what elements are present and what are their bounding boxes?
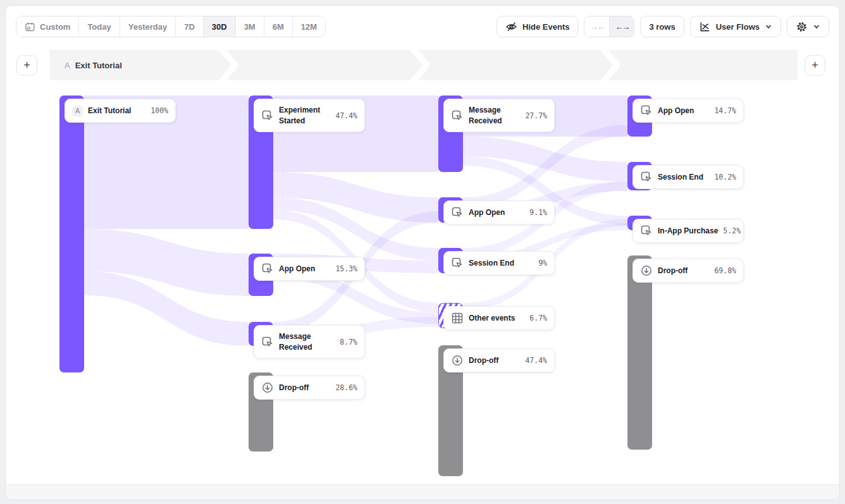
node-card-session-end[interactable]: Session End9% xyxy=(443,251,555,275)
node-label: In-App Purchase xyxy=(658,226,718,236)
node-percentage: 9.1% xyxy=(529,208,547,217)
view-type-dropdown[interactable]: User Flows xyxy=(690,16,781,37)
collapse-expand-toggle: →← ←→ xyxy=(584,16,634,37)
event-cursor-icon xyxy=(451,257,464,269)
node-percentage: 15.3% xyxy=(335,264,357,273)
node-percentage: 8.7% xyxy=(340,338,357,347)
node-label: App Open xyxy=(279,264,330,274)
date-range-7d[interactable]: 7D xyxy=(176,16,204,37)
node-label: App Open xyxy=(658,106,709,116)
toolbar: Custom Today Yesterday 7D 30D 3M 6M 12M … xyxy=(6,6,839,47)
gear-icon xyxy=(796,21,808,33)
node-percentage: 14.7% xyxy=(714,106,736,115)
dropoff-arrow-icon xyxy=(261,381,274,394)
node-percentage: 5.2% xyxy=(723,226,741,235)
node-percentage: 69.8% xyxy=(714,266,736,275)
add-step-left-button[interactable]: + xyxy=(16,55,37,76)
toolbar-right: Hide Events →← ←→ 3 rows User Flows xyxy=(497,16,829,37)
node-card-exit-tutorial[interactable]: AExit Tutorial100% xyxy=(65,99,176,123)
node-card-in-app-purchase[interactable]: In-App Purchase5.2% xyxy=(632,219,744,243)
event-cursor-icon xyxy=(451,109,464,122)
node-label: Message Received xyxy=(469,105,520,125)
rows-button[interactable]: 3 rows xyxy=(640,16,684,37)
step-band: A Exit Tutorial xyxy=(49,50,798,80)
settings-dropdown[interactable] xyxy=(787,16,829,37)
step-header-row: + A Exit Tutorial + xyxy=(6,50,839,85)
sankey-bar-drop-off[interactable] xyxy=(627,255,652,450)
node-label: Drop-off xyxy=(469,355,520,366)
arrows-inward-icon: →← xyxy=(590,22,604,32)
node-card-drop-off[interactable]: Drop-off28.6% xyxy=(254,376,365,400)
user-flows-panel: Custom Today Yesterday 7D 30D 3M 6M 12M … xyxy=(5,5,840,500)
sankey-bar-exit-tutorial[interactable] xyxy=(59,95,84,372)
node-label: Exit Tutorial xyxy=(88,106,145,116)
date-range-custom[interactable]: Custom xyxy=(16,16,79,37)
event-cursor-icon xyxy=(261,262,274,275)
date-range-yesterday[interactable]: Yesterday xyxy=(120,16,176,37)
view-type-label: User Flows xyxy=(716,22,760,32)
step-label-group[interactable]: A Exit Tutorial xyxy=(65,50,122,80)
event-cursor-icon xyxy=(451,206,464,219)
node-label: Session End xyxy=(658,172,709,182)
event-cursor-icon xyxy=(640,104,653,117)
eye-off-icon xyxy=(505,21,517,33)
step-letter-badge: A xyxy=(72,106,83,116)
date-range-label: Custom xyxy=(40,22,70,32)
add-step-right-button[interactable]: + xyxy=(805,55,825,76)
node-card-drop-off[interactable]: Drop-off47.4% xyxy=(443,348,555,372)
node-label: Drop-off xyxy=(279,383,330,393)
node-card-experiment-started[interactable]: Experiment Started47.4% xyxy=(254,99,365,132)
node-label: Session End xyxy=(469,258,533,268)
node-percentage: 27.7% xyxy=(525,111,547,120)
step-badge: A xyxy=(65,61,70,70)
collapse-columns-button[interactable]: →← xyxy=(584,16,609,37)
dropoff-arrow-icon xyxy=(640,264,653,277)
node-card-message-received[interactable]: Message Received27.7% xyxy=(443,99,555,132)
node-card-drop-off[interactable]: Drop-off69.8% xyxy=(632,259,744,283)
date-range-3m[interactable]: 3M xyxy=(236,16,264,37)
footer-strip xyxy=(6,484,839,500)
event-cursor-icon xyxy=(640,224,653,237)
date-range-6m[interactable]: 6M xyxy=(264,16,293,37)
node-percentage: 100% xyxy=(151,106,168,115)
date-range-12m[interactable]: 12M xyxy=(293,16,325,37)
step-separator-chevron xyxy=(219,50,238,80)
expand-columns-button[interactable]: ←→ xyxy=(609,16,634,37)
node-label: App Open xyxy=(469,207,524,218)
step-separator-chevron xyxy=(410,50,429,80)
node-label: Message Received xyxy=(279,331,335,352)
node-card-other-events[interactable]: Other events6.7% xyxy=(443,306,555,330)
hide-events-label: Hide Events xyxy=(522,22,569,32)
dropoff-arrow-icon xyxy=(451,354,464,367)
chevron-down-icon xyxy=(813,23,820,30)
flow-chart-icon xyxy=(699,21,711,33)
date-range-selector: Custom Today Yesterday 7D 30D 3M 6M 12M xyxy=(16,16,326,37)
rows-label: 3 rows xyxy=(649,22,675,32)
step-label: Exit Tutorial xyxy=(75,61,122,70)
date-range-30d[interactable]: 30D xyxy=(204,16,236,37)
arrows-outward-icon: ←→ xyxy=(615,22,629,32)
step-separator-chevron xyxy=(601,50,620,80)
node-card-app-open[interactable]: App Open15.3% xyxy=(254,257,365,281)
flow-ribbons xyxy=(6,85,840,482)
node-percentage: 10.2% xyxy=(714,173,736,181)
hide-events-button[interactable]: Hide Events xyxy=(497,16,578,37)
node-percentage: 28.6% xyxy=(335,383,357,392)
event-cursor-icon xyxy=(261,109,274,122)
node-card-message-received[interactable]: Message Received8.7% xyxy=(254,325,365,359)
node-label: Experiment Started xyxy=(279,105,330,125)
other-events-grid-icon xyxy=(451,312,464,324)
node-percentage: 47.4% xyxy=(525,356,547,365)
node-card-app-open[interactable]: App Open14.7% xyxy=(632,99,744,123)
event-cursor-icon xyxy=(261,336,274,348)
node-percentage: 6.7% xyxy=(529,314,547,323)
node-percentage: 47.4% xyxy=(335,111,357,120)
date-range-today[interactable]: Today xyxy=(79,16,120,37)
node-card-session-end[interactable]: Session End10.2% xyxy=(632,165,744,189)
calendar-icon xyxy=(25,22,35,32)
node-label: Drop-off xyxy=(658,266,709,276)
sankey-canvas: AExit Tutorial100%Experiment Started47.4… xyxy=(6,85,840,482)
node-label: Other events xyxy=(469,313,524,323)
node-percentage: 9% xyxy=(538,259,547,267)
node-card-app-open[interactable]: App Open9.1% xyxy=(443,200,555,224)
